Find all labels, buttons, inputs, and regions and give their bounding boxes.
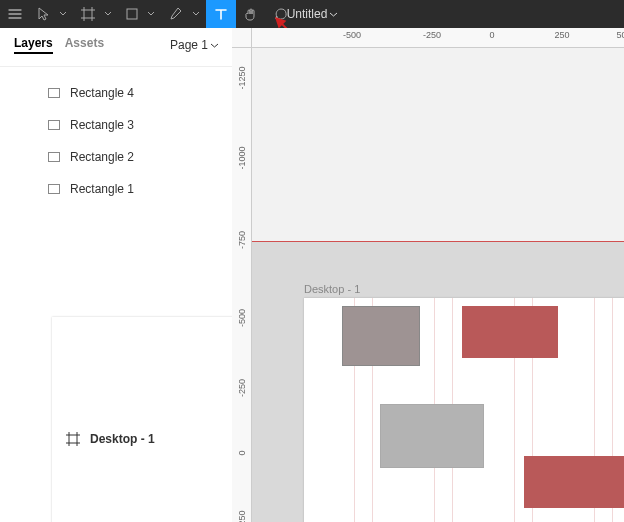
viewport-background: [252, 48, 624, 241]
hand-tool[interactable]: [236, 0, 266, 28]
ruler-tick: -250: [423, 30, 441, 40]
layer-item-label: Rectangle 2: [70, 150, 134, 164]
ruler-tick: -750: [237, 231, 247, 249]
top-toolbar: Untitled: [0, 0, 624, 28]
frame-title[interactable]: Desktop - 1: [304, 283, 360, 295]
ruler-tick: -250: [237, 379, 247, 397]
text-tool[interactable]: [206, 0, 236, 28]
selection-guide: [252, 241, 624, 242]
rectangle-icon: [48, 184, 60, 194]
tab-layers[interactable]: Layers: [14, 36, 53, 54]
page-label: Page 1: [170, 38, 208, 52]
ruler-tick: 500: [616, 30, 624, 40]
ruler-tick: -1000: [237, 146, 247, 169]
svg-rect-5: [49, 185, 60, 194]
panel-tabs: Layers Assets Page 1: [0, 28, 232, 62]
layer-item[interactable]: Rectangle 4: [0, 77, 232, 109]
menu-icon[interactable]: [0, 0, 30, 28]
ruler-tick: 250: [237, 510, 247, 522]
layer-frame-name: Desktop - 1: [90, 432, 155, 446]
layer-item-label: Rectangle 3: [70, 118, 134, 132]
canvas[interactable]: -500 -250 0 250 500 -1250 -1000 -750 -50…: [232, 28, 624, 522]
layer-item[interactable]: Rectangle 3: [0, 109, 232, 141]
rectangle-shape[interactable]: [524, 456, 624, 508]
rectangle-icon: [48, 120, 60, 130]
svg-rect-4: [49, 153, 60, 162]
viewport[interactable]: Desktop - 1: [252, 48, 624, 522]
layer-item[interactable]: Rectangle 2: [0, 141, 232, 173]
tab-assets[interactable]: Assets: [65, 36, 104, 54]
ruler-tick: 250: [554, 30, 569, 40]
horizontal-ruler: -500 -250 0 250 500: [252, 28, 624, 48]
svg-rect-2: [49, 89, 60, 98]
rectangle-shape[interactable]: [342, 306, 420, 366]
frame-desktop-1[interactable]: [304, 298, 624, 522]
ruler-tick: -500: [237, 309, 247, 327]
layer-item-label: Rectangle 4: [70, 86, 134, 100]
vertical-ruler: -1250 -1000 -750 -500 -250 0 250: [232, 48, 252, 522]
layer-item-label: Rectangle 1: [70, 182, 134, 196]
rectangle-tool[interactable]: [118, 0, 162, 28]
ruler-tick: -500: [343, 30, 361, 40]
page-selector[interactable]: Page 1: [170, 38, 218, 52]
ruler-tick: 0: [489, 30, 494, 40]
rectangle-shape[interactable]: [462, 306, 558, 358]
svg-rect-0: [127, 9, 137, 19]
ruler-tick: -1250: [237, 66, 247, 89]
document-title-button[interactable]: Untitled: [287, 7, 338, 21]
layers-panel: Desktop - 1 Rectangle 4 Rectangle 3 Rect…: [0, 66, 232, 522]
rectangle-icon: [48, 152, 60, 162]
frame-tool[interactable]: [74, 0, 118, 28]
frame-icon: [66, 432, 80, 446]
layer-item[interactable]: Rectangle 1: [0, 173, 232, 205]
move-tool[interactable]: [30, 0, 74, 28]
rectangle-icon: [48, 88, 60, 98]
document-title-text: Untitled: [287, 7, 328, 21]
svg-rect-3: [49, 121, 60, 130]
ruler-tick: 0: [237, 450, 247, 455]
pen-tool[interactable]: [162, 0, 206, 28]
rectangle-shape[interactable]: [380, 404, 484, 468]
ruler-corner: [232, 28, 252, 48]
